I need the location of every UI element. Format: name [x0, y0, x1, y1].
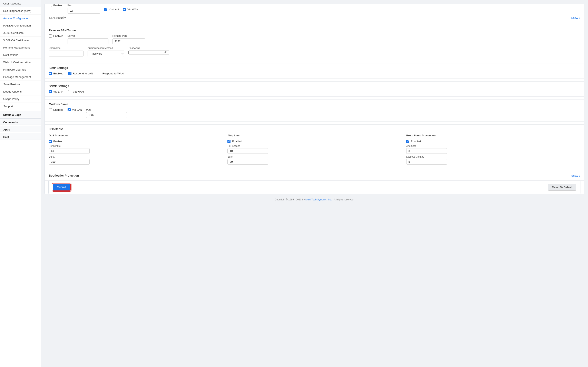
reset-button[interactable]: Reset To Default — [548, 184, 576, 191]
ssh-via-lan-checkbox[interactable] — [104, 8, 107, 11]
modbus-port-input[interactable] — [86, 112, 127, 118]
sidebar-item-self-diagnostics[interactable]: Self-Diagnostics (beta) — [0, 7, 41, 15]
ping-per-second-field: Per Second — [227, 145, 401, 154]
icmp-section: ICMP Settings Enabled Respond to LAN Res… — [45, 63, 584, 78]
ping-enabled-checkbox[interactable] — [227, 140, 231, 143]
icmp-respond-lan-checkbox[interactable] — [68, 72, 71, 75]
copyright-text: Copyright © 1995 - 2020 by — [275, 198, 305, 201]
icmp-options-row: Enabled Respond to LAN Respond to WAN — [49, 72, 580, 75]
form-footer: Submit Reset To Default — [48, 181, 580, 194]
brute-force-enabled-item[interactable]: Enabled — [406, 140, 580, 143]
sidebar-item-debug-options[interactable]: Debug Options — [0, 88, 41, 95]
sidebar-item-firmware-upgrade[interactable]: Firmware Upgrade — [0, 66, 41, 73]
sidebar-section-help[interactable]: Help — [0, 133, 41, 140]
sidebar-item-remote-management[interactable]: Remote Management — [0, 44, 41, 51]
bootloader-title: Bootloader Protection — [49, 174, 79, 177]
modbus-port-label: Port — [86, 108, 127, 111]
bootloader-show[interactable]: Show ↓ — [571, 174, 580, 177]
sidebar-section-status-logs[interactable]: Status & Logs — [0, 111, 41, 117]
sidebar-item-access-configuration[interactable]: Access Configuration — [0, 15, 41, 22]
icmp-respond-lan-item[interactable]: Respond to LAN — [68, 72, 93, 75]
ping-burst-field: Burst — [227, 155, 401, 165]
ssh-security-row: SSH Security Show ↓ — [49, 16, 580, 19]
reverse-ssh-username-input[interactable] — [49, 50, 84, 57]
reverse-ssh-remote-port-input[interactable] — [112, 38, 145, 44]
icmp-respond-wan-checkbox[interactable] — [98, 72, 101, 75]
dos-enabled-item[interactable]: Enabled — [49, 140, 223, 143]
sidebar-item-notifications[interactable]: Notifications — [0, 51, 41, 59]
brute-force-lockout-input[interactable] — [406, 159, 447, 165]
snmp-section: SNMP Settings Via LAN Via WAN — [45, 81, 584, 97]
ssh-via-wan-label: Via WAN — [127, 8, 138, 11]
modbus-via-lan-item[interactable]: Via LAN — [68, 108, 82, 111]
ssh-via-wan-checkbox[interactable] — [123, 8, 126, 11]
modbus-via-lan-checkbox[interactable] — [68, 108, 71, 111]
reverse-ssh-auth-method-label: Authentication Method — [87, 47, 124, 50]
reverse-ssh-password-input[interactable] — [129, 50, 169, 54]
snmp-title: SNMP Settings — [49, 84, 580, 88]
ping-burst-input[interactable] — [227, 159, 268, 165]
ssh-security-show[interactable]: Show ↓ — [571, 16, 580, 19]
brute-force-attempts-field: Attempts — [406, 145, 580, 154]
snmp-via-lan-item[interactable]: Via LAN — [49, 90, 63, 93]
ssh-via-lan-label: Via LAN — [109, 8, 119, 11]
reverse-ssh-section: Reverse SSH Tunnel Enabled Server Remote… — [45, 26, 584, 60]
reverse-ssh-enabled-item[interactable]: Enabled — [49, 34, 63, 38]
reverse-ssh-auth-row: Username Authentication Method Password … — [49, 47, 580, 57]
sidebar-item-save-restore[interactable]: Save/Restore — [0, 81, 41, 88]
ssh-via-lan-item[interactable]: Via LAN — [104, 8, 119, 11]
icmp-title: ICMP Settings — [49, 66, 580, 69]
copyright-bar: Copyright © 1995 - 2020 by Multi-Tech Sy… — [44, 196, 584, 203]
ssh-port-input[interactable] — [68, 8, 100, 14]
icmp-respond-lan-label: Respond to LAN — [73, 72, 93, 75]
dos-per-minute-label: Per Minute — [49, 145, 223, 147]
reverse-ssh-enabled-checkbox[interactable] — [49, 34, 52, 38]
ssh-enabled-checkbox-item[interactable]: Enabled — [49, 4, 63, 7]
copyright-company-link[interactable]: Multi-Tech Systems, Inc. — [305, 198, 332, 201]
brute-force-enabled-checkbox[interactable] — [406, 140, 409, 143]
ssh-via-wan-item[interactable]: Via WAN — [123, 8, 138, 11]
submit-button[interactable]: Submit — [53, 184, 71, 191]
ping-enabled-label: Enabled — [232, 140, 242, 143]
reverse-ssh-auth-method-field: Authentication Method Password Key — [87, 47, 124, 57]
sidebar-item-radius-configuration[interactable]: RADIUS Configuration — [0, 22, 41, 29]
dos-burst-input[interactable] — [49, 159, 90, 165]
brute-force-title: Brute Force Prevention — [406, 134, 580, 137]
brute-force-attempts-input[interactable] — [406, 148, 447, 154]
icmp-enabled-item[interactable]: Enabled — [49, 72, 63, 75]
snmp-via-lan-label: Via LAN — [53, 90, 63, 93]
main-content: Enabled Port Via LAN Via WAN SSH Securit… — [41, 0, 588, 367]
reverse-ssh-username-field: Username — [49, 47, 84, 57]
ssh-port-field: Port — [68, 4, 100, 14]
ping-per-second-input[interactable] — [227, 148, 268, 154]
snmp-options-row: Via LAN Via WAN — [49, 90, 580, 93]
icmp-respond-wan-item[interactable]: Respond to WAN — [98, 72, 124, 75]
sidebar-item-user-accounts[interactable]: User Accounts — [0, 0, 41, 7]
snmp-via-lan-checkbox[interactable] — [49, 90, 52, 93]
dos-enabled-checkbox[interactable] — [49, 140, 52, 143]
snmp-via-wan-item[interactable]: Via WAN — [68, 90, 84, 93]
sidebar-item-support[interactable]: Support — [0, 103, 41, 110]
bootloader-row: Bootloader Protection Show ↓ — [49, 174, 580, 177]
modbus-section: Modbus Slave Enabled Via LAN Port — [45, 100, 584, 122]
modbus-enabled-checkbox[interactable] — [49, 108, 52, 111]
sidebar-item-web-ui-customization[interactable]: Web UI Customization — [0, 59, 41, 66]
icmp-enabled-checkbox[interactable] — [49, 72, 52, 75]
modbus-enabled-item[interactable]: Enabled — [49, 108, 63, 111]
password-eye-icon[interactable]: 👁 — [164, 51, 168, 54]
ssh-section: Enabled Port Via LAN Via WAN SSH Securit… — [44, 4, 584, 194]
sidebar-section-apps[interactable]: Apps — [0, 125, 41, 132]
ping-enabled-item[interactable]: Enabled — [227, 140, 401, 143]
ssh-enabled-checkbox[interactable] — [49, 4, 52, 7]
sidebar-item-usage-policy[interactable]: Usage Policy — [0, 95, 41, 103]
snmp-via-wan-checkbox[interactable] — [68, 90, 71, 93]
sidebar-item-x509-certificate[interactable]: X.509 Certificate — [0, 29, 41, 37]
reverse-ssh-auth-method-select[interactable]: Password Key — [87, 50, 124, 57]
sidebar-item-package-management[interactable]: Package Management — [0, 73, 41, 81]
dos-per-minute-input[interactable] — [49, 148, 90, 154]
reverse-ssh-server-input[interactable] — [68, 38, 108, 44]
brute-force-attempts-label: Attempts — [406, 145, 580, 147]
bootloader-section: Bootloader Protection Show ↓ — [45, 171, 584, 181]
sidebar-section-commands[interactable]: Commands — [0, 118, 41, 125]
sidebar-item-x509-ca-certificates[interactable]: X.509 CA Certificates — [0, 37, 41, 44]
